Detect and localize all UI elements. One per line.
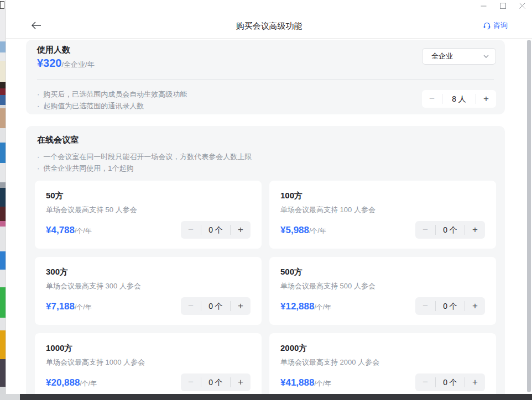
room-card-desc: 单场会议最高支持 100 人参会 (280, 205, 375, 215)
consult-label: 咨询 (493, 20, 508, 30)
room-card-name: 300方 (46, 267, 68, 277)
scope-select[interactable]: 全企业 (422, 48, 496, 65)
plus-button[interactable]: + (476, 91, 496, 107)
rooms-section-title: 在线会议室 (37, 135, 79, 145)
room-card-300: 300方 单场会议最高支持 300 人参会 ¥7,188 /个/年 − 0 个 … (35, 257, 262, 325)
plus-button[interactable]: + (231, 298, 251, 314)
usage-note-text: 起购值为已选范围的通讯录人数 (43, 100, 144, 112)
background-window-sliver (0, 0, 6, 400)
usage-notes: ·购买后，已选范围内成员会自动生效高级功能 ·起购值为已选范围的通讯录人数 (37, 88, 187, 112)
usage-note: ·起购值为已选范围的通讯录人数 (37, 100, 187, 112)
plus-button[interactable]: + (465, 222, 485, 238)
room-card-2000: 2000方 单场会议最高支持 2000 人参会 ¥41,888 /个/年 − 0… (269, 333, 496, 400)
minus-button[interactable]: − (415, 298, 435, 314)
plus-button[interactable]: + (231, 374, 251, 391)
room-card-100: 100方 单场会议最高支持 100 人参会 ¥5,988 /个/年 − 0 个 … (269, 181, 496, 249)
room-price-suffix: /个/年 (309, 227, 326, 236)
usage-note-text: 购买后，已选范围内成员会自动生效高级功能 (43, 88, 187, 100)
bullet-dot: · (37, 151, 39, 162)
room-card-50: 50方 单场会议最高支持 50 人参会 ¥4,788 /个/年 − 0 个 + (35, 181, 262, 249)
usage-price-amount: ¥320 (37, 57, 62, 70)
room-card-price: ¥5,988 /个/年 (280, 225, 326, 236)
room-card-desc: 单场会议最高支持 50 人参会 (46, 205, 137, 215)
room-price-amount: ¥5,988 (280, 225, 309, 236)
rooms-notes: ·一个会议室在同一时段只能召开一场会议，方数代表参会人数上限 ·供全企业共同使用… (37, 151, 252, 174)
usage-price-suffix: /全企业/年 (62, 60, 95, 70)
room-card-price: ¥41,888 /个/年 (280, 377, 331, 388)
minimize-icon (481, 3, 487, 9)
stepper-value[interactable]: 0 个 (201, 225, 231, 235)
room-price-suffix: /个/年 (80, 379, 97, 388)
room-stepper: − 0 个 + (181, 373, 251, 391)
room-card-name: 100方 (280, 191, 302, 201)
bullet-dot: · (37, 162, 39, 174)
rooms-note-text: 一个会议室在同一时段只能召开一场会议，方数代表参会人数上限 (43, 151, 252, 162)
room-stepper: − 0 个 + (415, 297, 485, 315)
bullet-dot: · (37, 100, 39, 112)
minimize-button[interactable] (477, 1, 490, 10)
usage-stepper: − 8 人 + (422, 90, 496, 108)
background-window-edge (0, 1, 4, 9)
stepper-value[interactable]: 0 个 (435, 225, 465, 235)
consult-link[interactable]: 咨询 (483, 20, 508, 30)
close-button[interactable] (516, 1, 529, 10)
room-price-amount: ¥12,888 (280, 301, 314, 312)
stepper-value[interactable]: 0 个 (201, 301, 231, 311)
room-card-name: 500方 (280, 267, 302, 277)
room-card-name: 50方 (46, 191, 64, 201)
room-card-price: ¥4,788 /个/年 (46, 225, 92, 236)
stepper-value[interactable]: 0 个 (435, 377, 465, 387)
stepper-value[interactable]: 0 个 (435, 301, 465, 311)
room-price-suffix: /个/年 (75, 303, 92, 312)
room-card-price: ¥7,188 /个/年 (46, 301, 92, 312)
room-price-amount: ¥20,888 (46, 377, 80, 388)
maximize-button[interactable] (497, 1, 509, 10)
close-icon (519, 3, 525, 9)
dialog-header: 购买会议高级功能 咨询 (6, 0, 532, 39)
room-price-amount: ¥4,788 (46, 225, 75, 236)
room-price-suffix: /个/年 (75, 227, 92, 236)
usage-divider (37, 79, 494, 80)
rooms-note: ·供全企业共同使用，1个起购 (37, 162, 252, 174)
minus-button[interactable]: − (422, 91, 442, 107)
usage-section-title: 使用人数 (37, 45, 70, 55)
room-stepper: − 0 个 + (181, 297, 251, 315)
scope-select-value: 全企业 (431, 51, 453, 61)
minus-button[interactable]: − (415, 374, 435, 391)
room-card-name: 1000方 (46, 343, 72, 354)
room-price-suffix: /个/年 (314, 379, 331, 388)
taskbar-dark-segment (20, 394, 532, 400)
room-card-desc: 单场会议最高支持 300 人参会 (46, 281, 141, 291)
chevron-down-icon (483, 55, 489, 58)
minus-button[interactable]: − (181, 374, 201, 391)
minus-button[interactable]: − (415, 222, 435, 238)
minus-button[interactable]: − (181, 222, 201, 238)
room-card-price: ¥12,888 /个/年 (280, 301, 331, 312)
page-title: 购买会议高级功能 (6, 21, 532, 31)
headset-icon (483, 22, 491, 30)
room-stepper: − 0 个 + (415, 221, 485, 239)
room-card-desc: 单场会议最高支持 500 人参会 (280, 281, 375, 291)
room-card-name: 2000方 (280, 343, 307, 354)
usage-price: ¥320 /全企业/年 (37, 57, 95, 70)
background-taskbar-sliver (0, 394, 532, 400)
bullet-dot: · (37, 88, 39, 100)
purchase-dialog: 购买会议高级功能 咨询 使用人数 ¥320 /全企业/年 全企业 ·购买后，已选… (6, 0, 532, 400)
room-card-price: ¥20,888 /个/年 (46, 377, 97, 388)
room-price-amount: ¥7,188 (46, 301, 75, 312)
stepper-value[interactable]: 8 人 (442, 94, 476, 104)
usage-note: ·购买后，已选范围内成员会自动生效高级功能 (37, 88, 187, 100)
room-cards-grid: 50方 单场会议最高支持 50 人参会 ¥4,788 /个/年 − 0 个 + … (35, 181, 496, 400)
room-card-500: 500方 单场会议最高支持 500 人参会 ¥12,888 /个/年 − 0 个… (269, 257, 496, 325)
plus-button[interactable]: + (465, 374, 485, 391)
room-price-suffix: /个/年 (314, 303, 331, 312)
room-stepper: − 0 个 + (415, 373, 485, 391)
plus-button[interactable]: + (231, 222, 251, 238)
minus-button[interactable]: − (181, 298, 201, 314)
stepper-value[interactable]: 0 个 (201, 377, 231, 387)
taskbar-left-segment (0, 394, 20, 400)
plus-button[interactable]: + (465, 298, 485, 314)
room-stepper: − 0 个 + (181, 221, 251, 239)
room-card-1000: 1000方 单场会议最高支持 1000 人参会 ¥20,888 /个/年 − 0… (35, 333, 262, 400)
scrollbar-thumb[interactable] (527, 40, 531, 392)
